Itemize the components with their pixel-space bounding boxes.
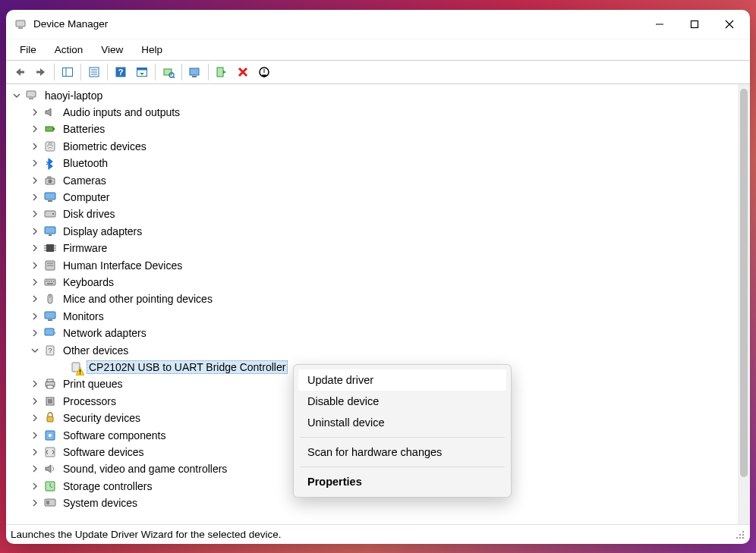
properties-button[interactable] <box>83 62 105 82</box>
expand-caret[interactable] <box>29 225 41 237</box>
expand-caret[interactable] <box>29 463 41 475</box>
back-button[interactable] <box>9 62 30 82</box>
tree-category[interactable]: Bluetooth <box>9 155 738 171</box>
action-panel-button[interactable] <box>131 62 153 82</box>
context-menu-item[interactable]: Disable device <box>298 391 506 412</box>
svg-rect-34 <box>48 177 51 178</box>
menu-help[interactable]: Help <box>132 42 172 58</box>
svg-line-4 <box>726 20 733 28</box>
tree-category[interactable]: Batteries <box>9 121 738 137</box>
vertical-scrollbar[interactable] <box>738 84 750 524</box>
statusbar-text: Launches the Update Driver Wizard for th… <box>11 529 733 540</box>
svg-rect-17 <box>137 68 147 70</box>
tree-category[interactable]: Audio inputs and outputs <box>9 104 738 121</box>
expand-caret[interactable] <box>29 242 41 254</box>
tree-category[interactable]: Network adapters <box>9 325 738 341</box>
tree-category[interactable]: Display adapters <box>9 223 738 240</box>
expand-caret[interactable] <box>29 310 41 322</box>
expand-caret[interactable] <box>11 90 23 102</box>
expand-caret[interactable] <box>29 123 41 135</box>
context-menu-item[interactable]: Properties <box>298 471 506 492</box>
tree-category[interactable]: Cameras <box>9 171 738 188</box>
tree-item-label: Security devices <box>61 412 143 424</box>
enable-device-button[interactable] <box>211 62 232 82</box>
tree-item-label: Sound, video and game controllers <box>61 463 229 475</box>
tree-item-label: Display adapters <box>61 225 144 237</box>
svg-rect-59 <box>45 312 55 319</box>
svg-text:?: ? <box>118 68 124 77</box>
svg-rect-22 <box>192 76 197 77</box>
tree-item-label: Keyboards <box>61 276 116 288</box>
tree-category[interactable]: Computer <box>9 189 738 206</box>
maximize-button[interactable] <box>677 12 712 36</box>
svg-rect-18 <box>164 69 172 75</box>
expand-caret[interactable] <box>29 191 41 203</box>
update-driver-button[interactable] <box>184 62 206 82</box>
expand-caret[interactable] <box>29 446 41 458</box>
tree-category[interactable]: Biometric devices <box>9 138 738 155</box>
context-menu-item[interactable]: Update driver <box>298 369 506 391</box>
close-button[interactable] <box>712 12 747 36</box>
tree-category[interactable]: Human Interface Devices <box>9 256 738 273</box>
expand-caret[interactable] <box>29 395 41 407</box>
expand-caret[interactable] <box>29 497 41 509</box>
tree-item-label: Bluetooth <box>61 157 110 169</box>
menu-file[interactable]: File <box>11 42 46 58</box>
expand-caret[interactable] <box>29 429 41 441</box>
expand-caret[interactable] <box>29 208 41 220</box>
help-button[interactable]: ? <box>110 62 131 82</box>
tree-item-label: Firmware <box>61 242 109 254</box>
svg-rect-36 <box>48 200 52 202</box>
minimize-button[interactable] <box>642 12 677 36</box>
context-menu-item[interactable]: Uninstall device <box>298 412 506 433</box>
scrollbar-thumb[interactable] <box>740 89 748 477</box>
expand-caret[interactable] <box>29 106 41 118</box>
expand-caret[interactable] <box>29 344 41 357</box>
svg-rect-61 <box>45 328 54 335</box>
tree-item-label: Network adapters <box>61 327 149 339</box>
expand-caret[interactable] <box>29 140 41 152</box>
scan-hardware-button[interactable] <box>158 62 179 82</box>
tree-category[interactable]: Disk drives <box>9 206 738 222</box>
titlebar: Device Manager <box>6 10 750 39</box>
forward-button[interactable] <box>30 62 52 82</box>
expand-caret[interactable] <box>29 378 41 390</box>
computer-icon <box>24 88 39 103</box>
monitor-icon <box>43 309 58 324</box>
svg-rect-75 <box>46 448 55 457</box>
uninstall-device-button[interactable] <box>232 62 254 82</box>
svg-rect-82 <box>736 537 738 539</box>
expand-caret[interactable] <box>29 174 41 187</box>
expand-caret[interactable] <box>29 293 41 305</box>
disable-device-button[interactable] <box>254 62 275 82</box>
svg-rect-84 <box>742 537 744 539</box>
tree-category[interactable]: Firmware <box>9 240 738 256</box>
expand-caret[interactable] <box>29 157 41 169</box>
mouse-icon <box>43 291 58 306</box>
tree-category[interactable]: Mice and other pointing devices <box>9 291 738 307</box>
device-icon <box>68 360 83 375</box>
resize-grip-icon[interactable] <box>733 528 745 540</box>
menu-view[interactable]: View <box>92 42 132 58</box>
svg-rect-71 <box>48 399 52 404</box>
expand-caret[interactable] <box>29 412 41 424</box>
tree-category[interactable]: Keyboards <box>9 274 738 291</box>
device-manager-window: Device Manager File Action View Help ? h… <box>6 10 750 544</box>
svg-rect-51 <box>45 279 55 285</box>
menu-action[interactable]: Action <box>46 42 93 58</box>
tree-category[interactable]: Monitors <box>9 308 738 325</box>
expand-caret[interactable] <box>29 480 41 492</box>
expand-caret[interactable] <box>29 327 41 339</box>
expand-caret[interactable] <box>29 276 41 288</box>
tree-category[interactable]: ?Other devices <box>9 341 738 358</box>
tree-root[interactable]: haoyi-laptop <box>9 87 738 104</box>
tree-item-label: Mice and other pointing devices <box>61 293 215 305</box>
svg-rect-72 <box>47 416 53 422</box>
context-menu-item[interactable]: Scan for hardware changes <box>298 441 506 463</box>
context-menu-separator <box>300 437 505 438</box>
show-hide-console-tree-button[interactable] <box>57 62 78 82</box>
expand-caret[interactable] <box>29 259 41 272</box>
tree-item-label: CP2102N USB to UART Bridge Controller <box>87 360 288 374</box>
svg-rect-81 <box>742 534 744 536</box>
tree-item-label: Cameras <box>61 174 109 187</box>
